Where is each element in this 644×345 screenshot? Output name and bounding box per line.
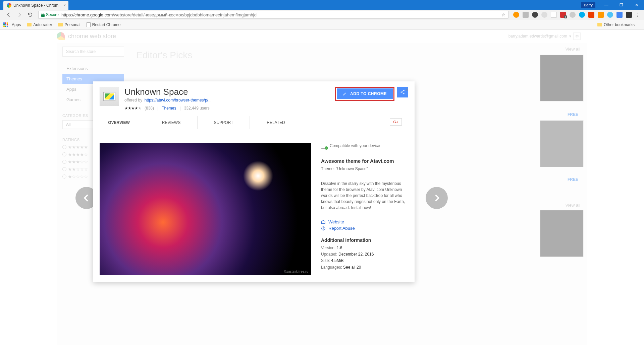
- back-icon[interactable]: [5, 11, 12, 18]
- extension-icon[interactable]: [551, 12, 557, 18]
- user-badge[interactable]: Barry: [581, 2, 595, 8]
- extension-icon[interactable]: [598, 12, 604, 18]
- extension-name: Unknown Space: [124, 87, 212, 97]
- extension-modal: × Unknown Space offered by https://atavi…: [93, 81, 415, 282]
- user-count: 332,449 users: [184, 106, 210, 111]
- extension-icon[interactable]: [513, 12, 519, 18]
- detail-heading: Awesome theme for Atavi.com: [321, 158, 408, 164]
- tab-support[interactable]: SUPPORT: [198, 116, 250, 129]
- see-all-languages-link[interactable]: See all 20: [343, 265, 361, 270]
- extension-icon[interactable]: [579, 12, 585, 18]
- apps-icon: [3, 22, 8, 27]
- description: Dissolve in the starry sky with the myst…: [321, 181, 408, 211]
- window-minimize-icon[interactable]: —: [599, 0, 614, 10]
- extension-icon[interactable]: [626, 12, 632, 18]
- folder-icon: [27, 23, 32, 26]
- forward-icon[interactable]: [16, 11, 23, 18]
- additional-info-heading: Additional Information: [321, 237, 408, 243]
- svg-point-1: [400, 91, 401, 92]
- brush-icon: [343, 91, 347, 96]
- bookmark-item[interactable]: Autotrader: [27, 22, 52, 27]
- url-text: https://chrome.google.com/webstore/detai…: [61, 12, 257, 17]
- extension-icon[interactable]: 6: [560, 12, 566, 18]
- themes-link[interactable]: Themes: [162, 106, 176, 111]
- other-bookmarks[interactable]: Other bookmarks: [597, 22, 635, 27]
- info-row: Version: 1.6: [321, 245, 408, 251]
- info-row: Languages: See all 20: [321, 264, 408, 271]
- device-check-icon: [321, 143, 327, 149]
- extension-icon[interactable]: [541, 12, 547, 18]
- window-titlebar: Unknown Space - Chrom × Barry — ❐ ✕: [0, 0, 644, 10]
- tab-overview[interactable]: OVERVIEW: [93, 116, 145, 129]
- info-row: Size: 4.5MiB: [321, 258, 408, 264]
- extension-icon[interactable]: [588, 12, 594, 18]
- tab-close-icon[interactable]: ×: [63, 3, 66, 8]
- window-maximize-icon[interactable]: ❐: [614, 0, 629, 10]
- tab-favicon-icon: [7, 3, 11, 8]
- page-icon: [87, 22, 91, 27]
- tab-title: Unknown Space - Chrom: [13, 3, 58, 8]
- extension-icons: 6: [511, 12, 634, 18]
- add-to-chrome-button[interactable]: ADD TO CHROME: [337, 88, 393, 99]
- info-row: Updated: December 22, 2016: [321, 251, 408, 258]
- bookmarks-bar: Apps Autotrader Personal Restart Chrome …: [0, 20, 644, 29]
- add-to-chrome-highlight: ADD TO CHROME: [335, 87, 394, 101]
- compatible-badge: Compatible with your device: [321, 143, 408, 149]
- bookmark-star-icon[interactable]: ☆: [501, 12, 505, 17]
- globe-icon: [321, 220, 326, 224]
- screenshot-watermark: ©zastavkifree.ru: [284, 270, 308, 273]
- folder-icon: [597, 23, 602, 26]
- extension-app-icon: [100, 87, 119, 106]
- modal-tabs: OVERVIEW REVIEWS SUPPORT RELATED: [93, 116, 415, 129]
- offered-link[interactable]: https://atavi.com/browser-themes/p/: [145, 98, 208, 102]
- website-link[interactable]: Website: [321, 219, 408, 224]
- extension-icon[interactable]: [523, 12, 529, 18]
- extension-icon[interactable]: [607, 12, 613, 18]
- apps-shortcut[interactable]: Apps: [3, 22, 21, 27]
- folder-icon: [58, 23, 63, 26]
- page-content: chrome web store barry.adam.edwards@gmai…: [0, 29, 644, 345]
- reload-icon[interactable]: [27, 11, 34, 18]
- svg-point-3: [403, 93, 404, 94]
- address-bar: Secure https://chrome.google.com/webstor…: [0, 10, 644, 20]
- secure-badge: Secure: [41, 12, 59, 17]
- extension-icon[interactable]: [532, 12, 538, 18]
- bookmark-item[interactable]: Personal: [58, 22, 80, 27]
- offered-by: offered by https://atavi.com/browser-the…: [124, 98, 212, 102]
- close-icon[interactable]: ×: [406, 87, 409, 93]
- rating-count: (838): [145, 106, 154, 111]
- extension-icon[interactable]: [570, 12, 576, 18]
- share-icon: [400, 89, 405, 95]
- theme-screenshot: ©zastavkifree.ru: [100, 143, 311, 275]
- flag-icon: [321, 226, 326, 231]
- svg-rect-0: [41, 14, 45, 17]
- bookmark-item[interactable]: Restart Chrome: [87, 22, 121, 27]
- browser-tab[interactable]: Unknown Space - Chrom ×: [3, 1, 68, 10]
- tab-reviews[interactable]: REVIEWS: [145, 116, 198, 129]
- window-close-icon[interactable]: ✕: [629, 0, 644, 10]
- url-input[interactable]: Secure https://chrome.google.com/webstor…: [38, 11, 508, 19]
- rating-stars-icon: ★★★★★: [124, 106, 141, 111]
- extension-icon[interactable]: [616, 12, 623, 18]
- carousel-next-icon[interactable]: [426, 187, 448, 209]
- tab-related[interactable]: RELATED: [250, 116, 302, 129]
- svg-point-2: [403, 90, 404, 91]
- google-plus-button[interactable]: G+: [390, 118, 402, 126]
- chrome-menu-icon[interactable]: ⋮: [634, 11, 641, 18]
- theme-name-line: Theme: "Unknown Space": [321, 166, 408, 172]
- report-abuse-link[interactable]: Report Abuse: [321, 226, 408, 231]
